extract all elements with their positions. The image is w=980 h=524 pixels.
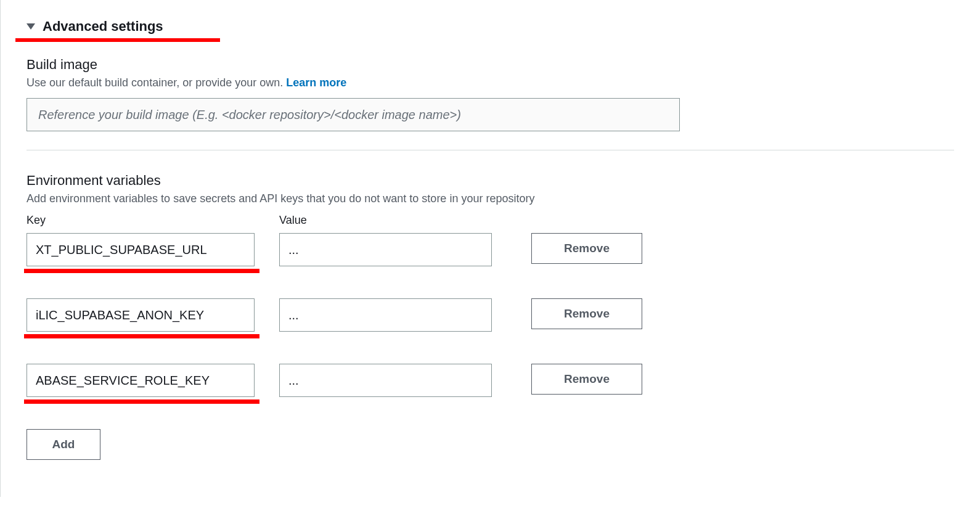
add-button[interactable]: Add [27,429,100,460]
remove-button[interactable]: Remove [531,233,642,264]
highlight-underline [15,38,220,42]
highlight-underline [24,399,259,404]
caret-down-icon [27,23,35,30]
remove-button[interactable]: Remove [531,364,642,395]
env-key-input[interactable] [27,298,255,332]
build-image-section: Build image Use our default build contai… [27,57,954,131]
build-image-input[interactable] [27,98,680,131]
env-var-row: Remove [27,298,954,332]
highlight-underline [24,269,259,273]
section-divider [27,150,954,150]
env-value-input[interactable] [279,364,492,397]
env-value-input[interactable] [279,298,492,332]
learn-more-link[interactable]: Learn more [286,76,346,89]
env-vars-description: Add environment variables to save secret… [27,192,954,205]
env-key-input[interactable] [27,233,255,266]
highlight-underline [24,334,259,338]
build-image-title: Build image [27,57,954,73]
env-value-input[interactable] [279,233,492,266]
env-value-header: Value [279,214,492,227]
env-vars-title: Environment variables [27,173,954,189]
advanced-settings-title: Advanced settings [43,18,163,35]
advanced-settings-toggle[interactable]: Advanced settings [27,18,954,35]
env-var-row: Remove [27,364,954,397]
remove-button[interactable]: Remove [531,298,642,329]
env-key-input[interactable] [27,364,255,397]
env-vars-section: Environment variables Add environment va… [27,173,954,460]
build-image-description: Use our default build container, or prov… [27,76,954,89]
env-key-header: Key [27,214,255,227]
env-var-row: Remove [27,233,954,266]
